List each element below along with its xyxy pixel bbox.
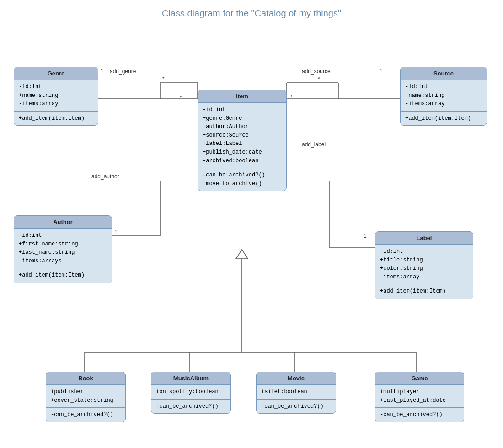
genre-class: Genre -id:int +name:string -items:array …	[14, 67, 98, 126]
item-class: Item -id:int +genre:Genre +author:Author…	[198, 90, 287, 191]
movie-method-1: -can_be_archived?()	[261, 402, 331, 411]
genre-mult-1: 1	[101, 68, 104, 75]
svg-marker-15	[236, 250, 248, 259]
author-attr-2: +first_name:string	[19, 240, 107, 249]
game-class: Game +multiplayer +last_played_at:date -…	[375, 372, 464, 422]
musicalbum-methods: -can_be_archived?()	[151, 400, 230, 414]
source-attr-3: -items:array	[405, 100, 482, 108]
game-attr-2: +last_played_at:date	[380, 396, 459, 405]
source-class: Source -id:int +name:string -items:array…	[400, 67, 487, 126]
label-header: Label	[375, 232, 473, 245]
item-method-1: -can_be_archived?()	[203, 171, 282, 180]
author-attributes: -id:int +first_name:string +last_name:st…	[14, 229, 112, 268]
movie-class: Movie +silet:boolean -can_be_archived?()	[256, 372, 336, 414]
book-attr-2: +cover_state:string	[51, 396, 121, 405]
genre-methods: +add_item(item:Item)	[14, 112, 98, 126]
item-methods: -can_be_archived?() +move_to_archive()	[198, 168, 286, 191]
game-attr-1: +multiplayer	[380, 388, 459, 396]
game-header: Game	[375, 372, 464, 385]
game-method-1: -can_be_archived?()	[380, 411, 459, 419]
source-method-1: +add_item(item:Item)	[405, 114, 482, 123]
movie-methods: -can_be_archived?()	[257, 400, 336, 414]
label-mult-1: 1	[364, 233, 367, 239]
musicalbum-header: MusicAlbum	[151, 372, 230, 385]
genre-attributes: -id:int +name:string -items:array	[14, 80, 98, 112]
item-attr-6: +publish_date:date	[203, 148, 282, 157]
label-add-label: add_label	[302, 141, 326, 148]
item-attr-1: -id:int	[203, 106, 282, 114]
author-attr-4: -items:arrays	[19, 257, 107, 266]
source-mult-1: 1	[380, 68, 383, 75]
source-add-label: add_source	[302, 68, 331, 75]
label-attributes: -id:int +title:string +color:string -ite…	[375, 245, 473, 284]
genre-header: Genre	[14, 67, 98, 80]
diagram-container: 1 add_genre * * 1 add_source * * 1 add_a…	[0, 23, 503, 448]
label-method-1: +add_item(item:Item)	[380, 287, 468, 296]
book-class: Book +publisher +cover_state:string -can…	[46, 372, 126, 422]
author-add-label: add_author	[91, 173, 119, 180]
game-methods: -can_be_archived?()	[375, 408, 464, 422]
item-header: Item	[198, 90, 286, 103]
musicalbum-attr-1: +on_spotify:boolean	[156, 388, 226, 396]
author-attr-1: -id:int	[19, 231, 107, 240]
label-attr-2: +title:string	[380, 256, 468, 265]
label-attr-4: -items:array	[380, 273, 468, 282]
movie-attr-1: +silet:boolean	[261, 388, 331, 396]
book-method-1: -can_be_archived?()	[51, 411, 121, 419]
author-attr-3: +last_name:string	[19, 248, 107, 257]
genre-attr-3: -items:array	[19, 100, 93, 108]
page-title: Class diagram for the "Catalog of my thi…	[0, 0, 503, 19]
genre-method-1: +add_item(item:Item)	[19, 114, 93, 123]
book-attributes: +publisher +cover_state:string	[46, 385, 125, 408]
label-attr-1: -id:int	[380, 247, 468, 256]
item-attr-3: +author:Author	[203, 123, 282, 131]
author-methods: +add_item(item:Item)	[14, 268, 112, 283]
author-mult-1: 1	[114, 229, 118, 235]
item-attr-7: -archived:boolean	[203, 157, 282, 165]
genre-attr-1: -id:int	[19, 83, 93, 91]
movie-attributes: +silet:boolean	[257, 385, 336, 400]
book-methods: -can_be_archived?()	[46, 408, 125, 422]
source-header: Source	[401, 67, 487, 80]
genre-mult-star: *	[162, 76, 165, 82]
item-attr-4: +source:Source	[203, 131, 282, 140]
source-attributes: -id:int +name:string -items:array	[401, 80, 487, 112]
genre-add-label: add_genre	[110, 68, 136, 75]
source-attr-1: -id:int	[405, 83, 482, 91]
label-class: Label -id:int +title:string +color:strin…	[375, 231, 473, 299]
item-attr-5: +label:Label	[203, 139, 282, 148]
musicalbum-method-1: -can_be_archived?()	[156, 402, 226, 411]
game-attributes: +multiplayer +last_played_at:date	[375, 385, 464, 408]
source-mult-star: *	[318, 76, 320, 82]
movie-header: Movie	[257, 372, 336, 385]
source-attr-2: +name:string	[405, 91, 482, 100]
book-attr-1: +publisher	[51, 388, 121, 396]
label-attr-3: +color:string	[380, 264, 468, 273]
author-header: Author	[14, 216, 112, 229]
item-attributes: -id:int +genre:Genre +author:Author +sou…	[198, 103, 286, 168]
source-methods: +add_item(item:Item)	[401, 112, 487, 126]
musicalbum-attributes: +on_spotify:boolean	[151, 385, 230, 400]
source-mult-star2: *	[290, 94, 293, 101]
author-class: Author -id:int +first_name:string +last_…	[14, 215, 112, 283]
label-methods: +add_item(item:Item)	[375, 284, 473, 299]
genre-mult-star2: *	[180, 94, 182, 101]
item-attr-2: +genre:Genre	[203, 114, 282, 123]
genre-attr-2: +name:string	[19, 91, 93, 100]
book-header: Book	[46, 372, 125, 385]
musicalbum-class: MusicAlbum +on_spotify:boolean -can_be_a…	[151, 372, 231, 414]
item-method-2: +move_to_archive()	[203, 180, 282, 188]
author-method-1: +add_item(item:Item)	[19, 271, 107, 280]
